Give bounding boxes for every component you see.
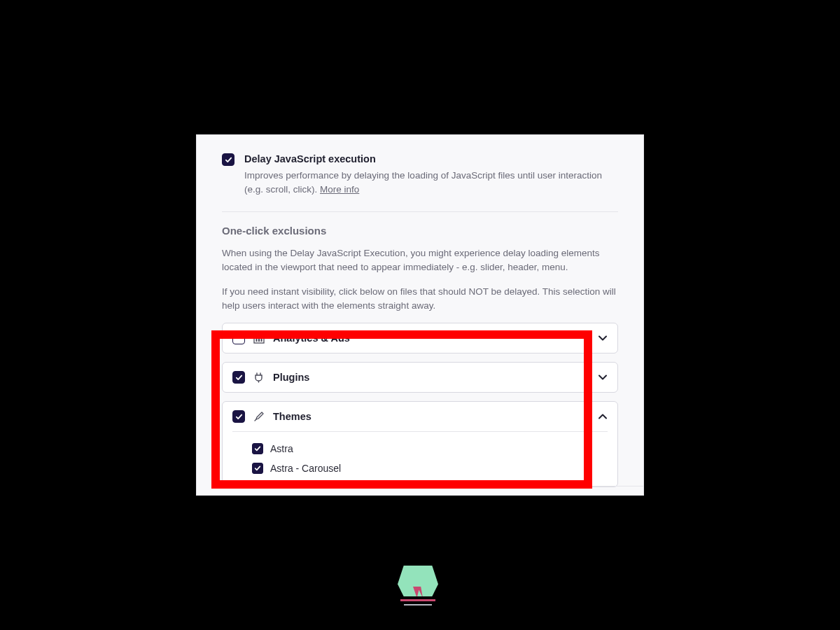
option-title: Delay JavaScript execution	[244, 153, 618, 164]
chevron-up-icon	[598, 412, 608, 421]
checkmark-icon	[225, 156, 232, 164]
watermark-logo	[396, 566, 440, 606]
themes-items: Astra Astra - Carousel	[232, 431, 608, 486]
theme-item-astra[interactable]: Astra	[252, 439, 608, 458]
plug-icon	[253, 372, 265, 383]
option-description: Improves performance by delaying the loa…	[244, 169, 618, 196]
option-text: Delay JavaScript execution Improves perf…	[244, 153, 618, 196]
checkmark-icon	[235, 413, 243, 421]
exclusion-group-analytics-header[interactable]: Analytics & Ads	[223, 323, 617, 353]
plugins-label: Plugins	[273, 372, 589, 383]
paintbrush-icon	[253, 411, 265, 422]
svg-rect-1	[256, 338, 258, 342]
divider	[222, 211, 618, 212]
chevron-down-icon	[598, 372, 608, 382]
exclusions-description-2: If you need instant visibility, click be…	[222, 285, 618, 314]
exclusions-heading: One-click exclusions	[222, 225, 618, 237]
theme-item-label: Astra - Carousel	[270, 463, 341, 474]
checkmark-icon	[235, 374, 243, 382]
more-info-link[interactable]: More info	[320, 184, 359, 195]
panel-inner: Delay JavaScript execution Improves perf…	[197, 135, 643, 496]
theme-astra-checkbox[interactable]	[252, 443, 263, 454]
delay-js-checkbox[interactable]	[222, 153, 234, 166]
analytics-checkbox[interactable]	[232, 332, 245, 344]
theme-astra-carousel-checkbox[interactable]	[252, 463, 263, 474]
themes-checkbox[interactable]	[232, 410, 245, 423]
checkmark-icon	[254, 465, 261, 472]
divider	[418, 486, 643, 486]
theme-item-label: Astra	[270, 443, 293, 454]
exclusion-group-analytics: Analytics & Ads	[222, 323, 618, 354]
plugins-checkbox[interactable]	[232, 371, 245, 384]
checkmark-icon	[254, 445, 261, 452]
chart-icon	[253, 332, 265, 344]
exclusion-group-themes: Themes Astra Astra - Carousel	[222, 401, 618, 487]
exclusion-group-plugins: Plugins	[222, 362, 618, 393]
analytics-label: Analytics & Ads	[273, 332, 589, 344]
exclusion-group-themes-header[interactable]: Themes	[223, 402, 617, 431]
option-delay-js: Delay JavaScript execution Improves perf…	[222, 149, 618, 196]
chevron-down-icon	[598, 333, 608, 343]
settings-panel: Delay JavaScript execution Improves perf…	[196, 134, 644, 496]
theme-item-astra-carousel[interactable]: Astra - Carousel	[252, 458, 608, 478]
svg-rect-2	[258, 336, 260, 342]
themes-label: Themes	[273, 411, 589, 422]
exclusion-group-plugins-header[interactable]: Plugins	[223, 363, 617, 392]
exclusions-description-1: When using the Delay JavaScript Executio…	[222, 246, 618, 275]
svg-rect-3	[261, 335, 262, 342]
